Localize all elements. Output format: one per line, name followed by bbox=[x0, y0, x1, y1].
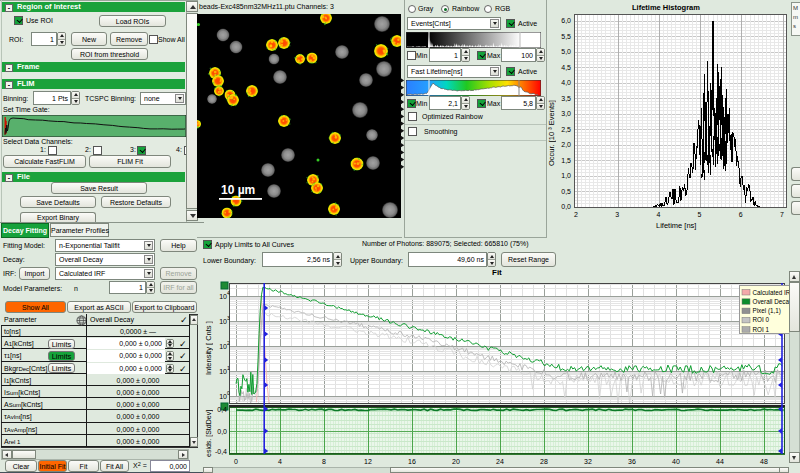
svg-text:12: 12 bbox=[364, 458, 372, 465]
svg-text:10: 10 bbox=[219, 343, 227, 350]
svg-text:10 µm: 10 µm bbox=[221, 183, 255, 197]
svg-text:0,4: 0,4 bbox=[217, 406, 227, 413]
svg-text:Overall Decay: Overall Decay bbox=[753, 298, 793, 306]
svg-text:48: 48 bbox=[760, 458, 768, 465]
svg-text:44: 44 bbox=[716, 458, 724, 465]
svg-text:4: 4 bbox=[227, 290, 230, 296]
svg-text:32: 32 bbox=[584, 458, 592, 465]
svg-text:10: 10 bbox=[219, 368, 227, 375]
svg-text:40: 40 bbox=[672, 458, 680, 465]
svg-text:36: 36 bbox=[628, 458, 636, 465]
svg-text:10: 10 bbox=[219, 318, 227, 325]
svg-text:28: 28 bbox=[540, 458, 548, 465]
svg-text:Occur. [10 ³ Events]: Occur. [10 ³ Events] bbox=[547, 100, 556, 166]
svg-text:4: 4 bbox=[278, 458, 282, 465]
svg-text:1: 1 bbox=[227, 365, 230, 371]
svg-text:Intensity [ Cnts ]: Intensity [ Cnts ] bbox=[204, 321, 213, 375]
svg-text:16: 16 bbox=[408, 458, 416, 465]
svg-text:ROI 1: ROI 1 bbox=[753, 326, 770, 333]
svg-text:0: 0 bbox=[227, 390, 230, 396]
svg-text:-0,4: -0,4 bbox=[215, 448, 227, 455]
svg-text:esids. [StdDev]: esids. [StdDev] bbox=[205, 410, 213, 457]
svg-text:10: 10 bbox=[219, 293, 227, 300]
svg-text:10: 10 bbox=[219, 393, 227, 400]
svg-text:ROI 0: ROI 0 bbox=[753, 316, 770, 323]
svg-text:0: 0 bbox=[234, 458, 238, 465]
svg-text:3: 3 bbox=[227, 315, 230, 321]
svg-text:0,0: 0,0 bbox=[217, 428, 227, 435]
svg-text:Pixel (1,1): Pixel (1,1) bbox=[753, 307, 781, 315]
svg-text:24: 24 bbox=[496, 458, 504, 465]
svg-text:8: 8 bbox=[322, 458, 326, 465]
svg-text:20: 20 bbox=[452, 458, 460, 465]
svg-text:2: 2 bbox=[227, 340, 230, 346]
